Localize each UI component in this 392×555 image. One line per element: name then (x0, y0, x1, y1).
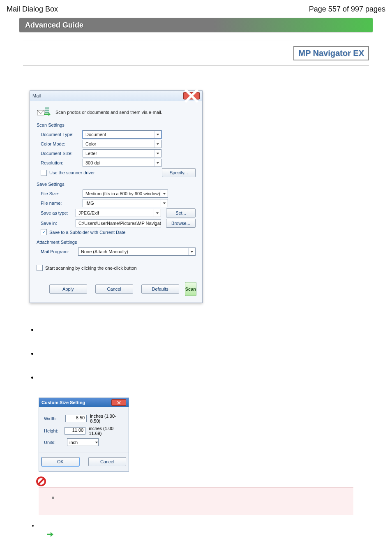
svg-line-12 (38, 479, 44, 484)
close-icon[interactable] (183, 92, 200, 99)
arrow-right-icon (47, 532, 53, 537)
document-size-label: Document Size: (37, 151, 83, 156)
save-as-type-select[interactable]: JPEG/Exif (76, 209, 161, 217)
height-input[interactable]: 11.00 (65, 427, 85, 435)
color-mode-label: Color Mode: (37, 141, 83, 146)
start-scanning-checkbox[interactable] (37, 265, 43, 271)
save-in-field[interactable]: C:\Users\UserName\Pictures\MP Navigato (76, 219, 161, 227)
save-subfolder-checkbox[interactable] (41, 229, 47, 235)
svg-rect-0 (37, 110, 44, 115)
list-item (38, 326, 369, 333)
advanced-guide-label: Advanced Guide (25, 21, 83, 30)
scan-settings-title: Scan Settings (30, 122, 202, 129)
list-item (38, 350, 369, 357)
attachment-settings-title: Attachment Settings (30, 239, 202, 246)
mail-dialog-title: Mail (32, 93, 41, 98)
chevron-down-icon (161, 199, 168, 207)
set-button[interactable]: Set... (166, 208, 196, 217)
custom-size-title: Custom Size Setting (42, 400, 85, 405)
chevron-down-icon (95, 440, 98, 445)
scan-button[interactable]: Scan (185, 282, 196, 296)
resolution-label: Resolution: (37, 160, 83, 165)
file-name-label: File name: (37, 201, 83, 206)
file-size-select[interactable]: Medium (fits in a 800 by 600 window) (83, 190, 168, 198)
doc-type-label: Document Type: (37, 132, 83, 137)
svg-rect-13 (47, 534, 51, 535)
ok-button[interactable]: OK (42, 457, 79, 466)
mail-scan-icon (37, 106, 51, 118)
defaults-button[interactable]: Defaults (141, 284, 179, 294)
prohibited-icon (36, 476, 46, 486)
mail-dialog: Mail Scan photos or documents and send t… (30, 90, 203, 303)
save-as-type-label: Save as type: (37, 210, 76, 215)
browse-button[interactable]: Browse... (166, 219, 196, 228)
custom-size-dialog: Custom Size Setting Width: 8.50 inches (… (39, 398, 129, 472)
cancel-button[interactable]: Cancel (95, 284, 133, 294)
svg-marker-2 (157, 134, 159, 135)
square-bullet-icon (52, 497, 54, 499)
chevron-down-icon (154, 150, 161, 157)
use-scanner-driver-label: Use the scanner driver (49, 170, 95, 175)
use-scanner-driver-checkbox[interactable] (41, 170, 47, 176)
width-label: Width: (44, 416, 65, 421)
height-unit: inches (1.00-11.69) (89, 426, 124, 436)
svg-marker-5 (157, 162, 159, 164)
save-in-label: Save in: (37, 221, 76, 226)
svg-marker-10 (95, 442, 98, 443)
divider (23, 41, 369, 41)
list-item (38, 523, 369, 528)
mp-navigator-badge: MP Navigator EX (293, 46, 369, 60)
important-note (39, 487, 353, 515)
specify-button[interactable]: Specify... (162, 168, 196, 177)
chevron-down-icon (161, 190, 168, 197)
page-title: Mail Dialog Box (7, 5, 58, 14)
mail-dialog-subtitle: Scan photos or documents and send them v… (55, 110, 162, 115)
cancel-button[interactable]: Cancel (88, 457, 126, 466)
save-settings-title: Save Settings (30, 181, 202, 188)
apply-button[interactable]: Apply (49, 284, 87, 294)
units-select[interactable]: inch (67, 438, 99, 446)
svg-marker-3 (157, 143, 159, 145)
document-size-select[interactable]: Letter (83, 149, 161, 157)
page-number: Page 557 of 997 pages (309, 5, 385, 14)
svg-marker-14 (51, 532, 53, 537)
svg-marker-7 (163, 202, 166, 204)
svg-marker-4 (157, 153, 159, 154)
file-name-input[interactable]: IMG (83, 199, 168, 207)
mail-program-label: Mail Program: (37, 249, 78, 254)
svg-marker-8 (156, 212, 159, 214)
start-scanning-label: Start scanning by clicking the one-click… (45, 266, 137, 271)
units-label: Units: (44, 440, 67, 445)
width-input[interactable]: 8.50 (65, 415, 87, 422)
list-item (38, 374, 369, 381)
chevron-down-icon (188, 248, 195, 255)
chevron-down-icon (154, 159, 161, 166)
svg-marker-9 (191, 251, 193, 252)
height-label: Height: (44, 428, 65, 433)
chevron-down-icon (154, 209, 161, 217)
svg-marker-6 (163, 193, 166, 194)
chevron-down-icon (154, 131, 161, 138)
mail-program-select[interactable]: None (Attach Manually) (78, 247, 196, 256)
doc-type-select[interactable]: Document (83, 130, 161, 139)
bullet-list (29, 326, 369, 381)
file-size-label: File Size: (37, 191, 83, 196)
close-icon[interactable] (111, 399, 126, 406)
bullet-list (38, 523, 369, 528)
advanced-guide-bar: Advanced Guide (19, 18, 373, 32)
chevron-down-icon (154, 140, 161, 148)
resolution-select[interactable]: 300 dpi (83, 159, 161, 167)
color-mode-select[interactable]: Color (83, 140, 161, 148)
divider (23, 65, 369, 66)
svg-marker-1 (48, 113, 51, 116)
save-subfolder-label: Save to a Subfolder with Current Date (49, 230, 125, 235)
width-unit: inches (1.00-8.50) (90, 414, 124, 423)
